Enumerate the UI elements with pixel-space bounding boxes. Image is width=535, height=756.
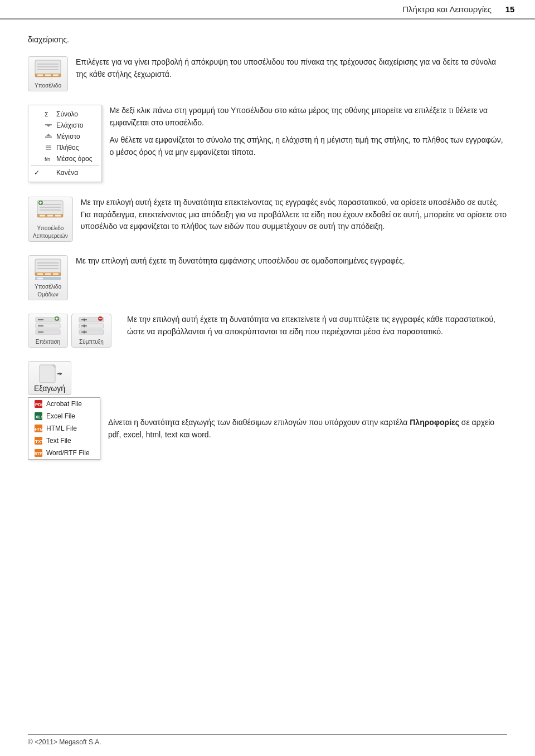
svg-text:XLS: XLS bbox=[36, 414, 43, 420]
subfolio-details-icon-img bbox=[35, 199, 65, 223]
expand-icon-img bbox=[35, 316, 61, 336]
sum-icon: Σ bbox=[44, 110, 53, 118]
subfolio-svg bbox=[33, 59, 63, 80]
text-icon: TXT bbox=[34, 436, 43, 445]
section6-block: Εξαγωγή PDF Acrobat File bbox=[28, 361, 507, 460]
svg-rect-37 bbox=[37, 278, 43, 280]
svg-rect-11 bbox=[45, 136, 52, 138]
acrobat-label: Acrobat File bbox=[46, 400, 82, 408]
svg-marker-61 bbox=[60, 372, 62, 375]
export-menu-box: PDF Acrobat File XLS Excel File bbox=[28, 397, 100, 460]
subfolio-icon-box: Υποσέλιδο bbox=[28, 56, 68, 91]
export-icon-group: Εξαγωγή PDF Acrobat File bbox=[28, 361, 100, 460]
expand-icon-box: Επέκταση bbox=[28, 314, 68, 348]
section1-icon: Υποσέλιδο bbox=[28, 56, 68, 91]
section5-block: Επέκταση bbox=[28, 314, 507, 348]
none-icon bbox=[44, 169, 53, 177]
svg-rect-33 bbox=[37, 274, 43, 275]
section4-icon-label1: Υποσέλιδο bbox=[35, 284, 61, 290]
section4-text: Με την επιλογή αυτή έχετε τη δυνατότητα … bbox=[76, 255, 507, 267]
page-footer: © <2011> Megasoft S.A. bbox=[28, 734, 507, 746]
menu-separator bbox=[31, 165, 99, 166]
section6-text: Δίνεται η δυνατότητα εξαγωγής των διαθέσ… bbox=[108, 361, 507, 441]
subfolio-groups-icon-box: Υποσέλιδο Ομάδων bbox=[28, 255, 68, 300]
header-title: Πλήκτρα και Λειτουργίες bbox=[17, 4, 502, 14]
svg-text:RTF: RTF bbox=[35, 452, 42, 456]
section3-text: Με την επιλογή αυτή έχετε τη δυνατότητα … bbox=[81, 197, 507, 233]
svg-text:TXT: TXT bbox=[35, 439, 43, 444]
svg-rect-34 bbox=[45, 274, 51, 275]
section1-icon-label: Υποσέλιδο bbox=[35, 82, 61, 89]
subfolio-groups-icon-img bbox=[33, 258, 63, 281]
page-header: Πλήκτρα και Λειτουργίες 15 bbox=[0, 0, 535, 19]
expand-label: Επέκταση bbox=[36, 339, 60, 345]
section2-intro-text: Με δεξί κλικ πάνω στη γραμμή του Υποσέλι… bbox=[110, 105, 508, 129]
svg-rect-6 bbox=[45, 75, 51, 76]
subfolio-details-svg bbox=[35, 199, 65, 223]
intro-text: διαχείρισης. bbox=[28, 35, 507, 44]
word-label: Word/RTF File bbox=[46, 449, 90, 457]
svg-marker-10 bbox=[46, 125, 51, 127]
section3-icon-label1: Υποσέλιδο bbox=[37, 225, 64, 232]
menu-item-mesos: f/n Μέσος όρος bbox=[28, 153, 101, 164]
collapse-label: Σύμπτυξη bbox=[79, 339, 104, 345]
section3-block: Υποσέλιδο Λεπτομερειών Με την επιλογή αυ… bbox=[28, 197, 507, 242]
export-acrobat: PDF Acrobat File bbox=[28, 398, 100, 410]
svg-rect-5 bbox=[37, 75, 43, 76]
svg-rect-35 bbox=[53, 274, 59, 275]
section2-right: Με δεξί κλικ πάνω στη γραμμή του Υποσέλι… bbox=[110, 105, 508, 159]
max-icon bbox=[44, 133, 53, 140]
subfolio-icon-img bbox=[33, 59, 63, 80]
count-icon bbox=[44, 144, 53, 152]
page-number: 15 bbox=[502, 4, 518, 14]
menu-item-kanena: Κανένα bbox=[28, 167, 101, 178]
export-excel: XLS Excel File bbox=[28, 410, 100, 422]
section1-text: Επιλέγετε για να γίνει προβολή ή απόκρυψ… bbox=[76, 56, 507, 80]
text-label: Text File bbox=[46, 437, 71, 445]
section2-followup-text: Αν θέλετε να εμφανίζεται το σύνολο της σ… bbox=[110, 134, 508, 158]
svg-text:HTM: HTM bbox=[35, 427, 43, 431]
subfolio-details-icon-box: Υποσέλιδο Λεπτομερειών bbox=[28, 197, 73, 242]
menu-item-synolo: Σ Σύνολο bbox=[28, 109, 101, 120]
menu-item-elaxisto: Ελάχιστο bbox=[28, 120, 101, 131]
context-menu: Σ Σύνολο Ελάχιστο bbox=[28, 105, 102, 182]
expand-collapse-icons: Επέκταση bbox=[28, 314, 111, 348]
excel-label: Excel File bbox=[46, 412, 75, 420]
section5-icons: Επέκταση bbox=[28, 314, 119, 348]
export-html: HTM HTML File bbox=[28, 422, 100, 435]
svg-marker-12 bbox=[46, 134, 51, 136]
section3-icon-label2: Λεπτομερειών bbox=[33, 233, 68, 240]
section3-icon: Υποσέλιδο Λεπτομερειών bbox=[28, 197, 73, 242]
min-icon bbox=[44, 121, 53, 129]
svg-text:Σ: Σ bbox=[45, 111, 48, 118]
collapse-icon-img bbox=[78, 316, 105, 336]
html-icon: HTM bbox=[34, 424, 43, 433]
svg-rect-7 bbox=[53, 75, 59, 76]
collapse-icon-box: Σύμπτυξη bbox=[71, 314, 111, 348]
section1-block: Υποσέλιδο Επιλέγετε για να γίνει προβολή… bbox=[28, 56, 507, 91]
section2-block: Σ Σύνολο Ελάχιστο bbox=[28, 105, 507, 184]
html-label: HTML File bbox=[46, 425, 77, 432]
section4-block: Υποσέλιδο Ομάδων Με την επιλογή αυτή έχε… bbox=[28, 255, 507, 300]
section4-icon-label2: Ομάδων bbox=[37, 291, 59, 298]
export-icon-label: Εξαγωγή bbox=[34, 384, 65, 393]
svg-text:PDF: PDF bbox=[35, 402, 43, 407]
section4-icon: Υποσέλιδο Ομάδων bbox=[28, 255, 68, 300]
subfolio-groups-svg bbox=[33, 258, 63, 281]
menu-item-megisto: Μέγιστο bbox=[28, 131, 101, 142]
svg-rect-26 bbox=[47, 215, 53, 217]
svg-rect-25 bbox=[40, 215, 45, 217]
export-top-icon: Εξαγωγή bbox=[28, 361, 71, 395]
footer-copyright: © <2011> Megasoft S.A. bbox=[28, 738, 101, 746]
svg-text:f/n: f/n bbox=[45, 157, 50, 162]
export-svg bbox=[37, 364, 62, 384]
section2-left: Σ Σύνολο Ελάχιστο bbox=[28, 105, 102, 184]
section5-text: Με την επιλογή αυτή έχετε τη δυνατότητα … bbox=[127, 314, 507, 338]
excel-icon: XLS bbox=[34, 412, 43, 421]
pdf-icon: PDF bbox=[34, 399, 43, 408]
expand-svg bbox=[35, 316, 61, 336]
menu-item-plithos: Πλήθος bbox=[28, 142, 101, 153]
main-content: διαχείρισης. bbox=[0, 19, 535, 482]
word-icon: RTF bbox=[34, 448, 43, 457]
svg-rect-58 bbox=[40, 365, 55, 383]
